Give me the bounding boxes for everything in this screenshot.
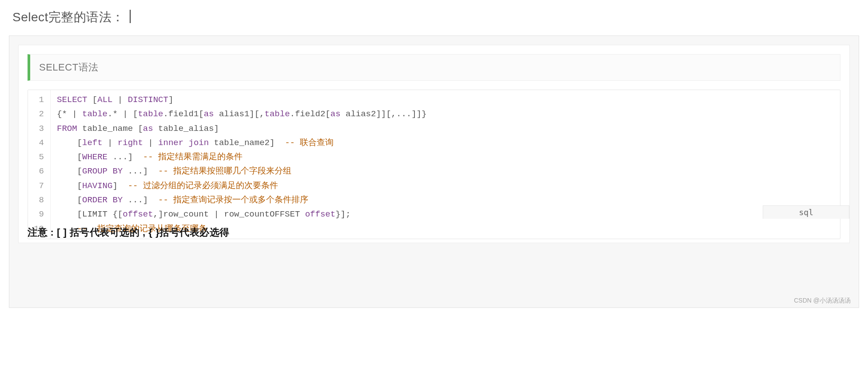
token-default: ] — [168, 95, 173, 105]
token-default: | — [143, 138, 158, 148]
token-keyword: SELECT — [57, 95, 87, 105]
token-keyword: table — [82, 109, 108, 119]
token-keyword: table — [265, 109, 290, 119]
token-keyword: BY — [112, 195, 123, 205]
token-default: | — [112, 95, 127, 105]
code-content: [WHERE ...] -- 指定结果需满足的条件 — [51, 150, 840, 164]
token-default: [LIMIT {[ — [57, 209, 123, 219]
code-content: FROM table_name [as table_alias] — [51, 122, 840, 136]
token-default: ,]row_count | row_countOFFSET — [153, 209, 305, 219]
code-line: 7 [HAVING] -- 过滤分组的记录必须满足的次要条件 — [28, 179, 840, 193]
line-number: 9 — [28, 207, 51, 221]
token-default: table_name2] — [209, 138, 285, 148]
heading-text: Select完整的语法： — [12, 9, 124, 26]
line-number: 2 — [28, 107, 51, 121]
token-default: [ — [87, 95, 97, 105]
token-default: ] — [112, 181, 127, 191]
token-default: table_name [ — [77, 124, 143, 134]
inner-card: SELECT语法 1SELECT [ALL | DISTINCT]2{* | t… — [18, 45, 850, 243]
token-comment: -- 指定查询记录按一个或多个条件排序 — [158, 195, 308, 205]
token-default: [ — [57, 152, 82, 162]
code-line: 6 [GROUP BY ...] -- 指定结果按照哪几个字段来分组 — [28, 164, 840, 178]
code-line: 8 [ORDER BY ...] -- 指定查询记录按一个或多个条件排序 — [28, 193, 840, 207]
token-default: ...] — [123, 166, 158, 176]
token-keyword: right — [118, 138, 143, 148]
token-comment: -- 指定结果需满足的条件 — [143, 152, 243, 162]
token-default: table_alias] — [153, 124, 219, 134]
token-keyword: offset — [305, 209, 335, 219]
token-keyword: offset — [123, 209, 153, 219]
token-default: [ — [57, 195, 82, 205]
code-content: {* | table.* | [table.field1[as alias1][… — [51, 107, 840, 121]
blockquote-header: SELECT语法 — [28, 54, 840, 81]
token-default — [108, 195, 112, 205]
language-badge: sql — [763, 205, 849, 219]
token-keyword: DISTINCT — [128, 95, 168, 105]
token-keyword: ALL — [97, 95, 112, 105]
code-block: 1SELECT [ALL | DISTINCT]2{* | table.* | … — [28, 90, 840, 239]
code-line: 9 [LIMIT {[offset,]row_count | row_count… — [28, 207, 840, 221]
code-line: 2{* | table.* | [table.field1[as alias1]… — [28, 107, 840, 121]
token-keyword: ORDER — [82, 195, 108, 205]
token-keyword: WHERE — [82, 152, 108, 162]
code-line: 1SELECT [ALL | DISTINCT] — [28, 90, 840, 107]
note-footer: 注意 : [ ] 括号代表可选的 , { }括号代表必选得 — [28, 226, 230, 239]
token-keyword: HAVING — [82, 181, 112, 191]
token-default: alias1][, — [214, 109, 265, 119]
token-keyword: as — [330, 109, 341, 119]
token-default: {* | — [57, 109, 82, 119]
code-content: SELECT [ALL | DISTINCT] — [51, 90, 840, 107]
token-default: [ — [57, 181, 82, 191]
block-title: SELECT语法 — [39, 62, 99, 73]
token-keyword: FROM — [57, 124, 77, 134]
token-default: .* | [ — [108, 109, 138, 119]
line-number: 4 — [28, 136, 51, 150]
code-content: [GROUP BY ...] -- 指定结果按照哪几个字段来分组 — [51, 164, 840, 178]
line-number: 3 — [28, 122, 51, 136]
watermark: CSDN @小汤汤汤汤 — [794, 297, 851, 305]
token-keyword: as — [204, 109, 214, 119]
line-number: 6 — [28, 164, 51, 178]
token-comment: -- 联合查询 — [285, 138, 334, 148]
token-default: alias2]][,...]]} — [341, 109, 427, 119]
text-cursor-icon — [130, 10, 131, 23]
token-default: ...] — [108, 152, 143, 162]
code-content: [left | right | inner join table_name2] … — [51, 136, 840, 150]
token-keyword: join — [189, 138, 209, 148]
line-number: 5 — [28, 150, 51, 164]
page-container: Select完整的语法： SELECT语法 1SELECT [ALL | DIS… — [0, 0, 868, 317]
token-keyword: left — [82, 138, 103, 148]
code-table: 1SELECT [ALL | DISTINCT]2{* | table.* | … — [28, 90, 840, 239]
token-comment: -- 指定结果按照哪几个字段来分组 — [158, 166, 291, 176]
token-default: [ — [57, 166, 82, 176]
line-number: 8 — [28, 193, 51, 207]
code-line: 5 [WHERE ...] -- 指定结果需满足的条件 — [28, 150, 840, 164]
token-keyword: BY — [112, 166, 123, 176]
token-default: }]; — [335, 209, 350, 219]
token-default: ...] — [123, 195, 158, 205]
token-keyword: GROUP — [82, 166, 108, 176]
token-comment: -- 过滤分组的记录必须满足的次要条件 — [128, 181, 278, 191]
outer-card: SELECT语法 1SELECT [ALL | DISTINCT]2{* | t… — [9, 35, 859, 308]
token-default: | — [103, 138, 118, 148]
token-keyword: inner — [158, 138, 183, 148]
token-keyword: as — [143, 124, 153, 134]
token-default: .field1[ — [163, 109, 203, 119]
heading-row: Select完整的语法： — [9, 9, 859, 26]
code-line: 3FROM table_name [as table_alias] — [28, 122, 840, 136]
code-line: 4 [left | right | inner join table_name2… — [28, 136, 840, 150]
line-number: 1 — [28, 90, 51, 107]
line-number: 7 — [28, 179, 51, 193]
code-content: [LIMIT {[offset,]row_count | row_countOF… — [51, 207, 840, 221]
code-content: [HAVING] -- 过滤分组的记录必须满足的次要条件 — [51, 179, 840, 193]
token-default: [ — [57, 138, 82, 148]
code-content: [ORDER BY ...] -- 指定查询记录按一个或多个条件排序 — [51, 193, 840, 207]
token-keyword: table — [138, 109, 163, 119]
token-default: .field2[ — [290, 109, 330, 119]
token-default — [183, 138, 188, 148]
token-default — [108, 166, 112, 176]
